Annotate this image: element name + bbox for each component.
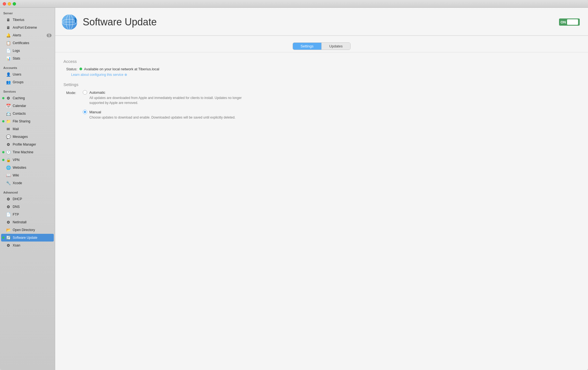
main-content: Software Update ON Settings Updates Acce… [55,8,588,370]
tabs-bar: Settings Updates [55,40,588,52]
status-dot-file-sharing [2,120,4,122]
icon-open-directory: 📂 [6,227,11,233]
access-section-title: Access [63,59,580,64]
icon-software-update: 🔄 [6,235,11,240]
label-open-directory: Open Directory [13,228,52,232]
tab-settings[interactable]: Settings [293,43,322,50]
sidebar-item-profile-manager[interactable]: ⚙Profile Manager [1,141,54,148]
label-xsan: Xsan [13,243,52,247]
mode-row: Mode: Automatic All updates are download… [63,90,580,120]
sidebar-item-websites[interactable]: 🌐Websites [1,164,54,171]
learn-link-row: Learn about configuring this service ⊕ [68,73,580,77]
sidebar-item-contacts[interactable]: 📇Contacts [1,110,54,117]
radio-row-automatic: Automatic [83,90,255,95]
radio-label-automatic: Automatic [89,90,105,95]
learn-link-icon: ⊕ [124,73,127,77]
icon-stats: 📊 [6,56,11,61]
status-text: Available on your local network at Tiber… [84,67,159,71]
label-calendar: Calendar [13,104,52,108]
icon-dhcp: ⚙ [6,196,11,202]
sidebar-item-messages[interactable]: 💬Messages [1,133,54,141]
icon-ftp: 📄 [6,212,11,217]
label-vpn: VPN [13,158,52,162]
label-users: Users [13,73,52,76]
sidebar-item-stats[interactable]: 📊Stats [1,55,54,62]
sidebar-item-netinstall[interactable]: ⚙NetInstall [1,218,54,226]
label-logs: Logs [13,49,52,53]
service-toggle[interactable]: ON [559,18,580,26]
sidebar-item-alerts[interactable]: 🔔Alerts1 [1,31,54,39]
icon-dns: ⚙ [6,204,11,210]
icon-tiberius: 🖥 [6,17,11,23]
sidebar-item-vpn[interactable]: 🔒VPN [1,156,54,164]
sidebar-item-wiki[interactable]: 📖Wiki [1,171,54,179]
sidebar-item-groups[interactable]: 👥Groups [1,78,54,86]
sidebar-item-xcode[interactable]: 🔧Xcode [1,179,54,187]
sidebar-item-logs[interactable]: 📄Logs [1,47,54,55]
header-divider [55,36,588,36]
sidebar-item-software-update[interactable]: 🔄Software Update [1,234,54,242]
icon-file-sharing: 📁 [6,119,11,124]
radio-group: Automatic All updates are downloaded fro… [83,90,255,120]
sidebar-item-mail[interactable]: ✉Mail [1,125,54,133]
radio-option-automatic: Automatic All updates are downloaded fro… [83,90,255,105]
sidebar-item-time-machine[interactable]: 🕐Time Machine [1,148,54,156]
sidebar-item-certificates[interactable]: 📋Certificates [1,39,54,47]
status-label: Status: [66,67,77,71]
close-button[interactable] [3,2,6,6]
status-dot-vpn [2,159,4,161]
radio-desc-manual: Choose updates to download and enable. D… [89,115,255,120]
learn-link[interactable]: Learn about configuring this service [71,73,123,77]
main-window: Server 🖥Tiberius🖥ArsPort Extreme🔔Alerts1… [0,0,588,370]
icon-calendar: 📅 [6,103,11,109]
settings-panel: Access Status: Available on your local n… [55,52,588,132]
icon-time-machine: 🕐 [6,149,11,155]
status-dot-software-update [2,237,4,239]
maximize-button[interactable] [13,2,16,6]
icon-caching: ⚙ [6,95,11,101]
accounts-items: 👤Users👥Groups [0,71,55,86]
label-file-sharing: File Sharing [13,119,52,123]
label-software-update: Software Update [13,236,52,240]
icon-vpn: 🔒 [6,157,11,163]
label-mail: Mail [13,127,52,131]
sidebar-item-dns[interactable]: ⚙DNS [1,203,54,211]
radio-row-manual: Manual [83,110,255,114]
label-time-machine: Time Machine [13,150,52,154]
radio-manual[interactable] [83,110,87,114]
accounts-section-header: Accounts [0,62,55,71]
label-dns: DNS [13,205,52,209]
minimize-button[interactable] [8,2,11,6]
label-ftp: FTP [13,213,52,216]
sidebar-item-arsport-extreme[interactable]: 🖥ArsPort Extreme [1,24,54,31]
label-contacts: Contacts [13,112,52,116]
icon-wiki: 📖 [6,173,11,178]
sidebar-item-users[interactable]: 👤Users [1,71,54,78]
sidebar-item-caching[interactable]: ⚙Caching [1,94,54,102]
label-xcode: Xcode [13,181,52,185]
radio-desc-automatic: All updates are downloaded from Apple an… [89,95,255,105]
tab-updates[interactable]: Updates [322,43,350,50]
sidebar-item-dhcp[interactable]: ⚙DHCP [1,195,54,203]
badge-alerts: 1 [47,34,52,37]
sidebar: Server 🖥Tiberius🖥ArsPort Extreme🔔Alerts1… [0,8,55,370]
icon-arsport-extreme: 🖥 [6,25,11,30]
sidebar-item-tiberius[interactable]: 🖥Tiberius [1,16,54,24]
sidebar-item-ftp[interactable]: 📄FTP [1,211,54,218]
label-arsport-extreme: ArsPort Extreme [13,26,52,30]
sidebar-item-xsan[interactable]: ⚙Xsan [1,242,54,249]
sidebar-item-calendar[interactable]: 📅Calendar [1,102,54,110]
app-icon [61,13,78,31]
label-netinstall: NetInstall [13,220,52,224]
icon-profile-manager: ⚙ [6,142,11,147]
icon-mail: ✉ [6,126,11,132]
titlebar [0,0,588,8]
icon-groups: 👥 [6,79,11,85]
radio-option-manual: Manual Choose updates to download and en… [83,110,255,120]
sidebar-item-open-directory[interactable]: 📂Open Directory [1,226,54,234]
sidebar-item-file-sharing[interactable]: 📁File Sharing [1,117,54,125]
radio-automatic[interactable] [83,90,87,95]
settings-section: Settings Mode: Automatic All updates are… [63,82,580,120]
traffic-lights [3,2,16,6]
toggle-track [567,19,578,25]
